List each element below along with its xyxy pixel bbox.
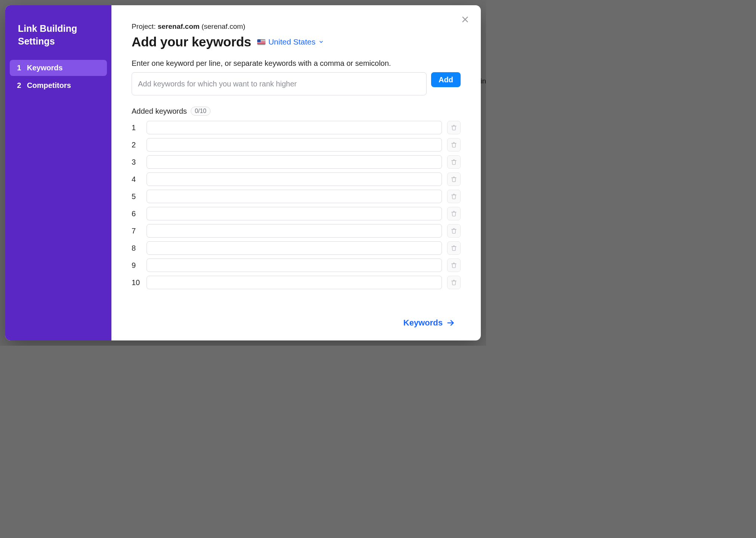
keyword-row: 3 (132, 155, 461, 169)
trash-icon (451, 211, 457, 217)
row-number: 7 (132, 227, 141, 235)
keyword-row: 9 (132, 259, 461, 272)
country-selector[interactable]: United States (257, 37, 324, 46)
keyword-slot-input[interactable] (147, 207, 442, 220)
keyword-list: 1 2 3 4 5 (132, 121, 461, 289)
sidebar-item-num: 1 (16, 64, 22, 72)
trash-icon (451, 176, 457, 182)
trash-icon (451, 228, 457, 234)
row-number: 9 (132, 261, 141, 270)
keyword-slot-input[interactable] (147, 172, 442, 186)
keyword-input-row: Add (132, 72, 461, 95)
keyword-slot-input[interactable] (147, 155, 442, 169)
keyword-input[interactable] (132, 72, 427, 95)
row-number: 5 (132, 192, 141, 201)
keyword-slot-input[interactable] (147, 190, 442, 203)
keyword-row: 4 (132, 172, 461, 186)
project-suffix: (serenaf.com) (200, 22, 245, 30)
sidebar-item-label: Competitors (27, 81, 71, 90)
delete-button[interactable] (447, 207, 461, 220)
keyword-row: 10 (132, 276, 461, 289)
keyword-row: 6 (132, 207, 461, 220)
added-keywords-header: Added keywords 0/10 (132, 107, 461, 116)
sidebar-item-competitors[interactable]: 2 Competitors (10, 77, 107, 94)
keyword-row: 8 (132, 241, 461, 255)
keyword-row: 1 (132, 121, 461, 134)
count-badge: 0/10 (191, 107, 210, 116)
settings-modal: Link Building Settings 1 Keywords 2 Comp… (5, 5, 481, 340)
delete-button[interactable] (447, 155, 461, 169)
delete-button[interactable] (447, 276, 461, 289)
trash-icon (451, 245, 457, 251)
delete-button[interactable] (447, 138, 461, 152)
delete-button[interactable] (447, 190, 461, 203)
sidebar-item-num: 2 (16, 81, 22, 90)
row-number: 8 (132, 244, 141, 253)
sidebar: Link Building Settings 1 Keywords 2 Comp… (5, 5, 111, 340)
keyword-slot-input[interactable] (147, 241, 442, 255)
trash-icon (451, 159, 457, 165)
delete-button[interactable] (447, 259, 461, 272)
row-number: 4 (132, 175, 141, 184)
trash-icon (451, 142, 457, 148)
sidebar-item-keywords[interactable]: 1 Keywords (10, 60, 107, 76)
trash-icon (451, 193, 457, 199)
next-keywords-link[interactable]: Keywords (403, 318, 455, 328)
row-number: 1 (132, 123, 141, 132)
trash-icon (451, 125, 457, 131)
row-number: 2 (132, 141, 141, 149)
keyword-slot-input[interactable] (147, 138, 442, 152)
us-flag-icon (257, 39, 265, 45)
keyword-slot-input[interactable] (147, 224, 442, 238)
project-name: serenaf.com (158, 22, 200, 30)
keyword-row: 2 (132, 138, 461, 152)
keyword-row: 5 (132, 190, 461, 203)
page-title-row: Add your keywords United States (132, 34, 461, 49)
close-button[interactable] (459, 13, 471, 25)
keyword-slot-input[interactable] (147, 121, 442, 134)
instructions: Enter one keyword per line, or separate … (132, 59, 461, 68)
page-title: Add your keywords (132, 34, 251, 49)
row-number: 3 (132, 158, 141, 166)
close-icon (461, 15, 469, 24)
arrow-right-icon (446, 319, 455, 327)
row-number: 6 (132, 210, 141, 218)
trash-icon (451, 262, 457, 268)
delete-button[interactable] (447, 121, 461, 134)
sidebar-item-label: Keywords (27, 64, 63, 72)
delete-button[interactable] (447, 224, 461, 238)
main-content: Project: serenaf.com (serenaf.com) Add y… (111, 5, 481, 340)
row-number: 10 (132, 278, 141, 287)
keyword-slot-input[interactable] (147, 276, 442, 289)
country-label: United States (268, 37, 316, 46)
sidebar-title: Link Building Settings (5, 22, 111, 58)
delete-button[interactable] (447, 241, 461, 255)
next-label: Keywords (403, 318, 443, 328)
delete-button[interactable] (447, 172, 461, 186)
add-button[interactable]: Add (431, 72, 461, 87)
project-line: Project: serenaf.com (serenaf.com) (132, 22, 461, 31)
project-prefix: Project: (132, 22, 158, 30)
keyword-row: 7 (132, 224, 461, 238)
chevron-down-icon (319, 39, 324, 45)
keyword-slot-input[interactable] (147, 259, 442, 272)
added-keywords-label: Added keywords (132, 107, 187, 116)
trash-icon (451, 279, 457, 285)
